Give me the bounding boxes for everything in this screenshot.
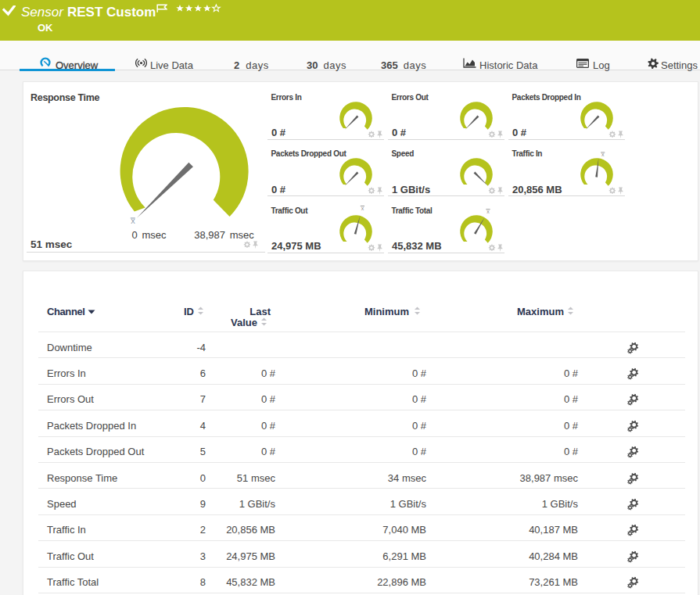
svg-text:x: x [131, 216, 135, 225]
